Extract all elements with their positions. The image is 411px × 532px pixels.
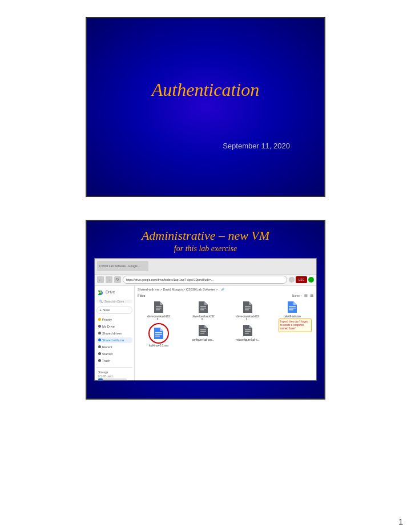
usc-logo: USC [296, 276, 307, 283]
view-label: Name ↑ [292, 294, 302, 297]
file-name-7: misconfigure-kali-s... [236, 338, 259, 341]
file-item-4[interactable]: tails69-tails.iso [271, 300, 313, 321]
view-controls: Name ↑ ⊞ ☰ [292, 293, 313, 298]
forward-btn[interactable]: → [106, 276, 112, 283]
priority-icon [98, 318, 101, 321]
svg-rect-9 [289, 306, 296, 307]
breadcrumb[interactable]: Shared with me > David Morgan > CS530 La… [138, 288, 217, 291]
recent-icon [98, 345, 101, 348]
sidebar-nav: + New Priority My Drive [96, 307, 132, 380]
page-number: 1 [398, 517, 403, 526]
file-icon-1 [152, 300, 165, 315]
files-header: Files Name ↑ ⊞ ☰ [138, 293, 313, 298]
search-icon: 🔍 [99, 300, 103, 303]
slide-2-subtitle: for this lab exercise [174, 244, 237, 253]
storage-usage: 0.5 GB used [96, 375, 132, 378]
archive-icon-3 [242, 300, 253, 314]
shared-icon [98, 338, 101, 341]
file-item-2[interactable]: drive-download-2020... [182, 300, 224, 321]
browser-toolbar: ← → ↻ https://drive.google.com/drive/fol… [95, 275, 316, 286]
page-container: Authentication September 11, 2020 Admini… [0, 0, 411, 532]
sidebar-item-starred[interactable]: Starred [96, 351, 132, 357]
svg-rect-12 [155, 332, 162, 333]
storage-bar [98, 378, 127, 380]
grid-view-icon[interactable]: ⊞ [304, 293, 308, 298]
svg-rect-16 [200, 331, 206, 332]
archive-icon-1 [153, 300, 164, 314]
annotation-box: Import: then don't forget to create a sn… [279, 319, 312, 332]
svg-rect-20 [245, 333, 249, 334]
svg-rect-2 [156, 309, 160, 311]
drive-logo: Drive [96, 288, 132, 296]
gdrive-main: Shared with me > David Morgan > CS530 La… [135, 286, 316, 380]
drive-search-bar[interactable]: 🔍 Search in Drive [96, 300, 132, 303]
file-name-4: tails69-tails.iso [284, 315, 301, 318]
file-item-1[interactable]: drive-download-2020... [138, 300, 180, 321]
storage-section: Storage 0.5 GB used [96, 367, 132, 380]
file-item-5[interactable] [152, 326, 165, 341]
slide-1: Authentication September 11, 2020 [86, 17, 325, 197]
files-label: Files [138, 294, 146, 297]
sidebar-item-storage: Storage [96, 369, 132, 375]
storage-fill [98, 378, 103, 380]
slide-2: Administrative – new VM for this lab exe… [86, 220, 325, 400]
svg-rect-11 [289, 309, 293, 311]
svg-rect-17 [200, 333, 204, 334]
trash-icon [98, 359, 101, 362]
svg-rect-19 [245, 331, 251, 332]
address-bar[interactable]: https://drive.google.com/drive/folders/1… [123, 276, 287, 284]
sidebar-item-priority[interactable]: Priority [96, 317, 132, 323]
svg-rect-18 [245, 329, 251, 331]
sidebar-item-recent[interactable]: Recent [96, 344, 132, 350]
sidebar-item-mydrive[interactable]: My Drive [96, 324, 132, 329]
file-icon-2 [197, 300, 209, 315]
drive-logo-text: Drive [106, 290, 115, 294]
gdrive-sidebar: Drive 🔍 Search in Drive + New [95, 286, 135, 380]
mydrive-icon [98, 325, 101, 328]
extension-icon-1 [289, 277, 295, 283]
file-item-3[interactable]: drive-download-2020... [227, 300, 269, 321]
folder-link[interactable]: 🔗 [221, 288, 224, 291]
svg-rect-15 [200, 329, 206, 331]
svg-rect-10 [289, 308, 296, 309]
svg-rect-7 [245, 308, 251, 309]
doc-icon-5 [153, 327, 164, 340]
svg-rect-3 [200, 306, 206, 307]
archive-icon-7 [242, 324, 253, 337]
svg-rect-4 [200, 308, 206, 309]
sidebar-item-shared-with-me[interactable]: Shared with me [96, 337, 132, 343]
file-name-2: drive-download-2020... [191, 315, 216, 321]
refresh-btn[interactable]: ↻ [114, 276, 121, 283]
account-icon [308, 277, 314, 283]
back-btn[interactable]: ← [97, 276, 104, 283]
browser-tab: CS530 Lab Software - Google ... [97, 261, 148, 271]
svg-rect-0 [156, 306, 162, 307]
file-name-6: configure-kali-sec... [192, 338, 214, 341]
starred-icon [98, 352, 101, 355]
file-item-7[interactable]: misconfigure-kali-s... [227, 323, 269, 347]
list-view-icon[interactable]: ☰ [310, 293, 313, 298]
slide-2-title: Administrative – new VM [142, 228, 269, 244]
file-name-3: drive-download-2020... [235, 315, 261, 321]
slide-1-date: September 11, 2020 [223, 142, 290, 150]
file-icon-4 [286, 300, 299, 315]
svg-rect-5 [200, 309, 204, 311]
archive-icon-2 [198, 300, 209, 314]
svg-rect-1 [156, 308, 162, 309]
svg-rect-13 [155, 334, 162, 335]
archive-icon-6 [198, 324, 209, 337]
file-icon-6 [197, 323, 209, 338]
svg-rect-14 [155, 336, 160, 337]
drive-header: Shared with me > David Morgan > CS530 La… [138, 288, 313, 291]
svg-rect-6 [245, 306, 251, 307]
file-name-5: kali-linux-5.7.ova [149, 344, 168, 347]
file-item-6[interactable]: configure-kali-sec... [182, 323, 224, 347]
file-icon-3 [241, 300, 254, 315]
sidebar-item-shared-drives[interactable]: Shared drives [96, 331, 132, 336]
sidebar-item-trash[interactable]: Trash [96, 358, 132, 364]
new-button[interactable]: + New [96, 307, 132, 314]
screenshot-area: CS530 Lab Software - Google ... ← → ↻ ht… [94, 258, 317, 381]
svg-rect-8 [245, 309, 249, 311]
file-icon-5 [152, 326, 165, 341]
file-name-1: drive-download-2020... [146, 315, 172, 321]
